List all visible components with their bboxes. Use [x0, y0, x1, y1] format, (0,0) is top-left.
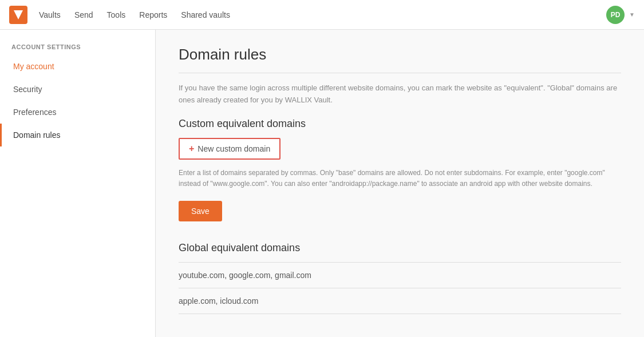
- topnav: Vaults Send Tools Reports Shared vaults …: [0, 0, 644, 30]
- nav-reports[interactable]: Reports: [139, 8, 167, 22]
- sidebar: ACCOUNT SETTINGS My account Security Pre…: [0, 30, 156, 337]
- nav-vaults[interactable]: Vaults: [39, 8, 61, 22]
- sidebar-item-label-my-account: My account: [13, 62, 54, 71]
- nav-shared-vaults[interactable]: Shared vaults: [181, 8, 230, 22]
- nav-links: Vaults Send Tools Reports Shared vaults: [39, 8, 606, 22]
- new-custom-domain-button[interactable]: + New custom domain: [179, 138, 280, 160]
- content-area: Domain rules If you have the same login …: [156, 30, 644, 337]
- avatar[interactable]: PD: [606, 6, 625, 24]
- sidebar-item-label-security: Security: [13, 85, 42, 94]
- sidebar-item-label-preferences: Preferences: [13, 108, 56, 117]
- sidebar-item-preferences[interactable]: Preferences: [0, 101, 155, 124]
- sidebar-item-label-domain-rules: Domain rules: [13, 130, 60, 140]
- sidebar-section-title: ACCOUNT SETTINGS: [0, 34, 155, 55]
- sidebar-item-domain-rules[interactable]: Domain rules: [0, 124, 155, 146]
- title-divider: [179, 73, 621, 73]
- main-layout: ACCOUNT SETTINGS My account Security Pre…: [0, 30, 644, 337]
- topnav-right: PD ▼: [606, 6, 635, 24]
- global-section-title: Global equivalent domains: [179, 242, 621, 254]
- global-section: Global equivalent domains youtube.com, g…: [179, 242, 621, 314]
- sidebar-item-security[interactable]: Security: [0, 78, 155, 101]
- app-logo[interactable]: [9, 6, 27, 24]
- global-domain-row-0: youtube.com, google.com, gmail.com: [179, 262, 621, 288]
- custom-section-title: Custom equivalent domains: [179, 118, 621, 130]
- save-button[interactable]: Save: [179, 201, 222, 221]
- nav-tools[interactable]: Tools: [107, 8, 126, 22]
- account-dropdown-arrow[interactable]: ▼: [629, 11, 635, 18]
- global-domain-row-1: apple.com, icloud.com: [179, 288, 621, 314]
- domain-help-text: Enter a list of domains separated by com…: [179, 168, 621, 189]
- sidebar-item-my-account[interactable]: My account: [0, 55, 155, 78]
- info-text: If you have the same login across multip…: [179, 82, 621, 106]
- plus-icon: +: [189, 144, 194, 154]
- new-domain-btn-label: New custom domain: [197, 144, 270, 153]
- page-title: Domain rules: [179, 46, 621, 64]
- nav-send[interactable]: Send: [74, 8, 93, 22]
